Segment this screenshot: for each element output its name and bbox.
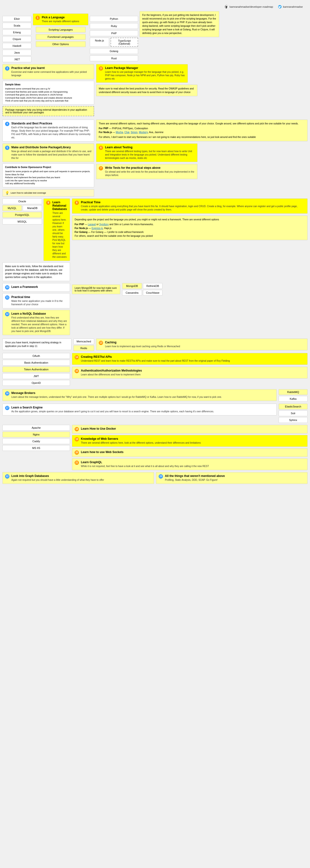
section11-box: 11 Practical time Make the same applicat…	[2, 293, 70, 308]
sample-idea-4: Think of some task that you do every day…	[5, 99, 91, 102]
section19-desc: There are several different options here…	[81, 441, 201, 444]
section2-num: 2	[5, 66, 9, 71]
nosql-rethinkdb: RethinkDB	[143, 283, 163, 289]
section10-num: 10	[5, 285, 9, 289]
center-lang: 1 Pick a Language There are myriads diff…	[33, 13, 88, 47]
opensource-item-1: Refactor and implement the best practice…	[5, 176, 91, 179]
section5-left: 5 Make and Distribute Some Package/Libra…	[2, 144, 94, 196]
search-elasticsearch: ElasticSearch	[279, 404, 308, 409]
section22-box: 22 Look into Graph Databases Again not r…	[2, 472, 154, 484]
symfony-link[interactable]: Symfony	[99, 223, 109, 226]
section22-num: 22	[5, 474, 9, 478]
php10-label: For PHP	[75, 223, 84, 226]
section3-desc: Learn how to use package manager for the…	[105, 70, 185, 81]
nosql-layout: Learn MongoDB for now but make sure to l…	[72, 283, 308, 296]
bulb-icon: 💡	[5, 191, 9, 195]
sample-ideas-title: Sample Ideas	[5, 83, 91, 86]
section17-title: Learn a Search Engine	[11, 406, 214, 409]
twitter-link[interactable]: kamranahmadse	[278, 5, 303, 9]
auth-oauth: OAuth	[2, 353, 70, 359]
search-sphinx: Sphinx	[279, 417, 308, 423]
section17-num: 17	[5, 406, 9, 410]
intro-text: For the beginners, if you are just getti…	[142, 14, 216, 34]
github-link[interactable]: kamranahmadse/developer-roadmap	[225, 5, 273, 9]
expressjs-link[interactable]: Express.js	[92, 227, 103, 229]
github-text: kamranahmadse/developer-roadmap	[230, 5, 273, 8]
section17-desc: As the application grows, simple queries…	[11, 410, 214, 413]
php-label: For PHP	[99, 127, 108, 130]
ws-nginx: Nginx	[2, 432, 70, 437]
broker-kafka: Kafka	[279, 396, 308, 402]
lang-ruby: Ruby	[90, 23, 138, 29]
others10-desc: For others, search and find the suitable…	[75, 234, 305, 238]
search-solr: Solr	[279, 410, 308, 416]
section1-title: Pick a Language	[42, 16, 79, 19]
chai-link[interactable]: Chai	[124, 131, 130, 133]
rest-auth-right: 14 Creating RESTful APIs Understand REST…	[72, 353, 308, 378]
nodejs10-label: For Node.js	[75, 227, 88, 229]
intro-text-box: For the beginners, if you are just getti…	[140, 11, 219, 37]
section11-title: Practical time	[11, 296, 67, 299]
section9-title: Learn Relational Databases	[52, 200, 67, 211]
auth-basic: Basic Authentication	[2, 360, 70, 366]
php-note: PHPUnit, PHPSpec, Codeception	[112, 127, 148, 130]
section15-num: 15	[75, 369, 79, 373]
section18-num: 18	[75, 427, 79, 431]
section5-num: 5	[5, 146, 9, 150]
header: kamranahmadse/developer-roadmap kamranah…	[2, 2, 308, 10]
mockery-link[interactable]: Mockery	[139, 131, 148, 133]
section13-row: Once you have learnt, implement caching …	[2, 339, 308, 351]
test-coverage-text: Learn how to calculate test coverage	[10, 191, 46, 194]
section8-box: 8 Practical Time Create a simple applica…	[72, 198, 308, 214]
section23-box: 23 All the things that weren't mentioned…	[156, 472, 308, 484]
right-lang-items: Python Ruby PHP Node.js TypeScript (Opti…	[90, 16, 138, 61]
nodejs-ts-row: Node.js TypeScript (Optional)	[90, 38, 138, 47]
section6-num: 6	[99, 146, 103, 150]
section6-box: 6 Learn about Testing There are several …	[96, 144, 197, 162]
lang-elixir: Elixir	[2, 16, 31, 22]
section20-num: 20	[75, 451, 79, 455]
section14-title: Creating RESTful APIs	[81, 355, 230, 359]
section14-desc: Understand REST and learn how to make RE…	[81, 359, 230, 363]
section21-title: Learn GraphQL	[81, 461, 209, 464]
caching-left: Once you have learnt, implement caching …	[2, 339, 94, 351]
section3-area: 3 Learn Package Manager Learn how to use…	[96, 64, 308, 96]
cat-functional: Functional Languages	[36, 34, 86, 40]
frameworks-note-content: There are several different options, eac…	[99, 122, 305, 126]
auth-items-left: OAuth Basic Authentication Token Authent…	[2, 353, 70, 387]
section10-11-left: 10 Learn a Framework 11 Practical time M…	[2, 283, 70, 337]
section13-once-note: Once you have learnt, implement caching …	[2, 339, 72, 350]
twitter-text: kamranahmadse	[283, 5, 303, 8]
section12-box: 12 Learn a NoSQL Database First understa…	[2, 310, 70, 335]
cat-other: Other Options	[36, 41, 86, 47]
mocha-link[interactable]: Mocha	[116, 131, 123, 133]
auth-token: Token Authentication	[2, 367, 70, 372]
opensource-box: Contribute to Some Opensource Project Se…	[2, 163, 94, 187]
nosql-learn-note: Learn MongoDB for now but make sure to l…	[72, 284, 120, 294]
section16-box: 16 Message Brokers Learn about the messa…	[2, 389, 277, 401]
section16-desc: Learn about the message brokers, underst…	[11, 396, 222, 399]
laravel-link[interactable]: Laravel	[88, 223, 96, 226]
section19-box: 19 Knowledge of Web Servers There are se…	[72, 435, 308, 447]
section8-db-row: Oracle MySQL MariaDB PostgreSQL MSSQL 9 …	[2, 198, 308, 281]
section22-desc: Again not required but you should have a…	[11, 478, 104, 482]
section19-title: Knowledge of Web Servers	[81, 437, 201, 440]
section9-num: 9	[46, 200, 51, 205]
section15-box: 15 Authentication/Authorization Methodol…	[72, 367, 308, 378]
auth-items-col: OAuth Basic Authentication Token Authent…	[2, 353, 70, 386]
pick-language-box: 1 Pick a Language There are myriads diff…	[33, 13, 88, 25]
section13-title: Caching	[105, 341, 180, 344]
nosql-mongodb: MongoDB	[122, 283, 142, 289]
section3-num: 3	[99, 66, 103, 71]
others-note: For others, I don't want to start any fl…	[99, 135, 305, 139]
webserver-area: Apache Nginx Caddy MS IIS	[2, 425, 70, 452]
lang-scala: Scala	[2, 23, 31, 28]
test-coverage-bar: 💡 Learn how to calculate test coverage	[2, 189, 94, 196]
section18-box: 18 Learn How to Use Docker	[72, 425, 308, 434]
section4-num: 4	[5, 122, 9, 126]
section1-row: Elixir Scala Erlang Clojure Haskell Java…	[2, 11, 308, 62]
sections18-21-right: 18 Learn How to Use Docker 19 Knowledge …	[72, 425, 308, 470]
section5-desc: Now go ahead and create a package and di…	[11, 150, 91, 160]
section8-right: 8 Practical Time Create a simple applica…	[72, 198, 308, 240]
simon-link[interactable]: Simon	[131, 131, 137, 133]
